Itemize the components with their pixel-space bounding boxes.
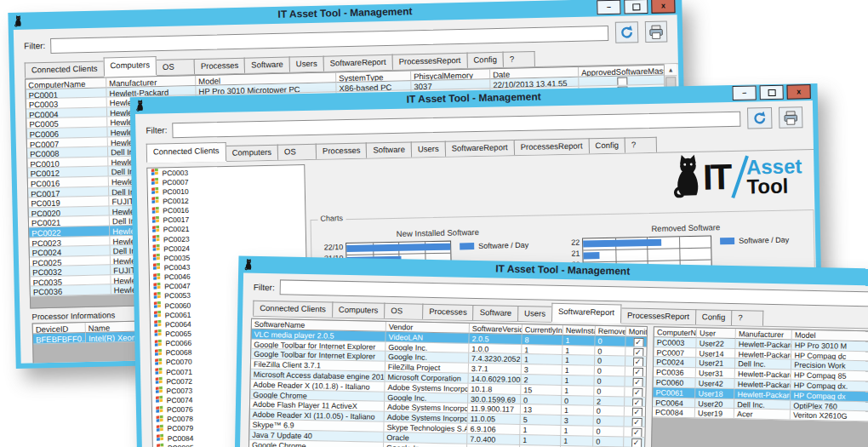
- y-axis-label: 21: [563, 249, 582, 261]
- tab-processesreport[interactable]: ProcessesReport: [620, 307, 696, 324]
- tab-connected-clients[interactable]: Connected Clients: [25, 60, 105, 77]
- client-name: PC0012: [163, 197, 189, 206]
- filter-label: Filter:: [254, 282, 275, 291]
- tab-computers[interactable]: Computers: [225, 145, 278, 161]
- tab-os[interactable]: OS: [156, 59, 195, 75]
- tab-processes[interactable]: Processes: [422, 304, 474, 320]
- tab--[interactable]: ?: [625, 137, 657, 153]
- tab-processesreport[interactable]: ProcessesReport: [391, 53, 467, 70]
- windows-logo-icon: [153, 301, 161, 310]
- tab-config[interactable]: Config: [588, 137, 625, 153]
- column-header: CurrentlyInstall: [523, 324, 563, 335]
- tab-software[interactable]: Software: [244, 57, 290, 73]
- tab-os[interactable]: OS: [277, 144, 317, 160]
- print-button[interactable]: [778, 106, 802, 129]
- table-cell: 0: [595, 346, 625, 357]
- tab-users[interactable]: Users: [411, 141, 446, 158]
- table-cell: User18: [696, 388, 735, 399]
- refresh-icon: [752, 111, 767, 125]
- chart-legend: Software / Day: [720, 236, 789, 246]
- close-button[interactable]: x: [786, 84, 810, 100]
- checkbox[interactable]: ✓: [632, 358, 642, 367]
- tab-config[interactable]: Config: [466, 52, 504, 68]
- checkbox[interactable]: ✓: [632, 378, 642, 387]
- client-name: PC0061: [165, 310, 191, 319]
- client-name: PC0074: [167, 396, 193, 405]
- bar: [583, 239, 661, 248]
- tab-processes[interactable]: Processes: [194, 58, 246, 74]
- checkbox[interactable]: ✓: [632, 398, 642, 407]
- maximize-button[interactable]: [759, 85, 783, 100]
- client-name: PC0024: [163, 244, 190, 253]
- checkbox[interactable]: ✓: [631, 408, 642, 417]
- table-cell: User21: [696, 358, 735, 370]
- tab-users[interactable]: Users: [517, 306, 552, 322]
- tab-processes[interactable]: Processes: [316, 143, 368, 159]
- tab-connected-clients[interactable]: Connected Clients: [146, 142, 226, 163]
- tab-os[interactable]: OS: [384, 303, 423, 319]
- window-front-software-report[interactable]: IT Asset Tool - Management Filter: Conne…: [235, 255, 868, 447]
- checkbox[interactable]: ✓: [631, 418, 642, 427]
- table-cell: 1: [562, 335, 595, 347]
- windows-logo-icon: [151, 197, 159, 206]
- table-cell: 1: [520, 435, 561, 446]
- table-cell: ✓: [624, 427, 648, 437]
- windows-logo-icon: [153, 272, 161, 282]
- tab-computers[interactable]: Computers: [103, 56, 157, 76]
- windows-logo-icon: [156, 424, 163, 433]
- client-name: PC0043: [164, 263, 191, 272]
- table-cell: 0: [593, 437, 624, 447]
- y-axis-label: 22/10: [317, 243, 345, 255]
- tab-software[interactable]: Software: [366, 142, 412, 158]
- minimize-button[interactable]: –: [732, 85, 756, 100]
- checkbox[interactable]: ✓: [631, 438, 642, 447]
- windows-logo-icon: [154, 311, 162, 320]
- client-name: PC0078: [167, 415, 193, 424]
- table-cell: 1: [561, 436, 593, 447]
- table-cell: ✓: [625, 417, 648, 427]
- windows-logo-icon: [154, 320, 162, 330]
- table-cell: ✓: [625, 397, 648, 407]
- checkbox[interactable]: ✓: [633, 337, 643, 347]
- scroll-up-button[interactable]: ▲: [665, 64, 677, 76]
- tab-processesreport[interactable]: ProcessesReport: [513, 138, 589, 155]
- tab--[interactable]: ?: [503, 51, 535, 67]
- tab-config[interactable]: Config: [695, 309, 733, 325]
- tab-softwarereport[interactable]: SoftwareReport: [551, 303, 621, 324]
- client-name: PC0003: [162, 168, 188, 177]
- tab-software[interactable]: Software: [473, 305, 519, 321]
- refresh-button[interactable]: [747, 107, 772, 129]
- windows-logo-icon: [153, 291, 161, 301]
- filter-input[interactable]: [172, 111, 740, 137]
- minimize-button[interactable]: –: [597, 0, 620, 14]
- checkbox[interactable]: ✓: [631, 428, 642, 438]
- table-cell: Google Inc.: [384, 442, 467, 447]
- close-button[interactable]: x: [651, 0, 675, 14]
- table-cell: 15: [521, 385, 562, 396]
- windows-logo-icon: [151, 187, 159, 197]
- checkbox[interactable]: ✓: [632, 368, 642, 377]
- tab-softwarereport[interactable]: SoftwareReport: [323, 54, 392, 72]
- print-button[interactable]: [644, 20, 667, 43]
- table-cell: ✓: [625, 407, 648, 417]
- tab--[interactable]: ?: [731, 310, 763, 326]
- table-cell: 3: [522, 364, 562, 375]
- legend-label: Software / Day: [478, 241, 528, 250]
- filter-input[interactable]: [50, 26, 608, 54]
- client-name: PC0076: [167, 405, 193, 415]
- windows-logo-icon: [155, 387, 163, 396]
- maximize-icon: [632, 3, 640, 10]
- windows-logo-icon: [151, 215, 159, 225]
- table-cell: PC0064: [653, 398, 695, 409]
- column-header: Monitor: [626, 327, 648, 337]
- checkbox[interactable]: ✓: [632, 387, 642, 397]
- maximize-button[interactable]: [624, 0, 648, 14]
- refresh-button[interactable]: [615, 21, 638, 43]
- tab-softwarereport[interactable]: SoftwareReport: [444, 140, 514, 157]
- client-name: PC0060: [164, 301, 191, 310]
- table-cell: 1: [562, 365, 595, 376]
- tab-connected-clients[interactable]: Connected Clients: [253, 301, 333, 318]
- checkbox[interactable]: ✓: [633, 347, 643, 357]
- tab-computers[interactable]: Computers: [332, 302, 385, 318]
- tab-users[interactable]: Users: [289, 56, 324, 72]
